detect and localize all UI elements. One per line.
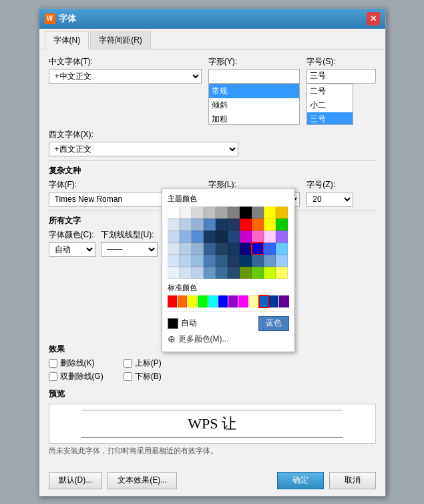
theme-color-cell[interactable] xyxy=(204,219,216,231)
theme-color-cell[interactable] xyxy=(204,243,216,255)
theme-color-cell[interactable] xyxy=(192,207,204,219)
theme-color-cell[interactable] xyxy=(276,255,288,267)
theme-color-cell[interactable] xyxy=(240,207,252,219)
strikethrough-checkbox[interactable] xyxy=(49,359,57,368)
font-color-select[interactable]: 自动 xyxy=(49,242,95,257)
theme-color-cell[interactable] xyxy=(264,267,276,279)
complex-size-select[interactable]: 20 xyxy=(306,192,353,207)
standard-color-cell[interactable] xyxy=(259,295,268,307)
theme-color-cell[interactable] xyxy=(240,255,252,267)
theme-color-cell[interactable] xyxy=(180,219,192,231)
standard-color-cell[interactable] xyxy=(238,295,248,307)
style-option-bold[interactable]: 加粗 xyxy=(209,112,300,125)
style-option-italic[interactable]: 倾斜 xyxy=(209,98,300,112)
theme-color-cell[interactable] xyxy=(216,219,228,231)
standard-color-cell[interactable] xyxy=(168,295,177,307)
standard-color-cell[interactable] xyxy=(198,295,207,307)
standard-color-cell[interactable] xyxy=(228,295,238,307)
superscript-checkbox[interactable] xyxy=(124,359,132,368)
theme-color-cell[interactable] xyxy=(180,267,192,279)
default-button[interactable]: 默认(D)... xyxy=(49,472,103,489)
theme-color-cell[interactable] xyxy=(264,207,276,219)
theme-color-cell[interactable] xyxy=(228,231,240,243)
close-button[interactable]: ✕ xyxy=(367,12,380,25)
theme-color-cell[interactable] xyxy=(228,267,240,279)
size-input[interactable] xyxy=(306,69,375,84)
theme-color-cell[interactable] xyxy=(216,267,228,279)
theme-color-cell[interactable] xyxy=(240,231,252,243)
ok-button[interactable]: 确定 xyxy=(277,472,324,489)
size-option-2[interactable]: 二号 xyxy=(307,84,353,98)
subscript-checkbox[interactable] xyxy=(124,372,132,381)
theme-color-cell[interactable] xyxy=(276,207,288,219)
theme-color-cell[interactable] xyxy=(264,243,276,255)
theme-color-cell[interactable] xyxy=(264,219,276,231)
theme-color-cell[interactable] xyxy=(168,255,180,267)
theme-color-cell[interactable] xyxy=(168,267,180,279)
standard-color-cell[interactable] xyxy=(178,295,187,307)
underline-type-select[interactable]: —— xyxy=(101,242,158,257)
size-option-xiao2[interactable]: 小二 xyxy=(307,98,353,112)
text-effects-button[interactable]: 文本效果(E)... xyxy=(108,472,177,489)
theme-color-cell[interactable] xyxy=(228,207,240,219)
standard-color-cell[interactable] xyxy=(269,295,278,307)
theme-color-cell[interactable] xyxy=(180,255,192,267)
theme-color-cell[interactable] xyxy=(168,231,180,243)
more-colors-row[interactable]: ⊕ 更多颜色(M)... xyxy=(168,332,289,346)
theme-color-cell[interactable] xyxy=(192,267,204,279)
theme-color-cell[interactable] xyxy=(168,243,180,255)
theme-color-cell[interactable] xyxy=(180,207,192,219)
theme-color-cell[interactable] xyxy=(276,219,288,231)
theme-color-cell[interactable] xyxy=(276,231,288,243)
theme-color-cell[interactable] xyxy=(204,231,216,243)
theme-color-cell[interactable] xyxy=(216,255,228,267)
theme-color-cell[interactable] xyxy=(192,231,204,243)
theme-color-cell[interactable] xyxy=(276,267,288,279)
auto-color-row[interactable]: 自动 蓝色 xyxy=(168,315,289,332)
standard-color-cell[interactable] xyxy=(208,295,218,307)
theme-color-cell[interactable] xyxy=(228,255,240,267)
theme-color-cell[interactable] xyxy=(252,219,264,231)
style-listbox[interactable]: 常规 倾斜 加粗 xyxy=(208,84,300,125)
theme-color-cell[interactable] xyxy=(204,207,216,219)
theme-color-cell[interactable] xyxy=(216,207,228,219)
tab-font[interactable]: 字体(N) xyxy=(45,31,89,49)
theme-color-cell[interactable] xyxy=(252,255,264,267)
theme-color-cell[interactable] xyxy=(192,255,204,267)
theme-color-cell[interactable] xyxy=(204,267,216,279)
theme-color-cell[interactable] xyxy=(228,219,240,231)
theme-color-cell[interactable] xyxy=(168,219,180,231)
standard-color-cell[interactable] xyxy=(249,295,258,307)
theme-color-cell[interactable] xyxy=(216,243,228,255)
theme-color-cell[interactable] xyxy=(240,219,252,231)
theme-color-cell[interactable] xyxy=(204,255,216,267)
theme-color-cell[interactable] xyxy=(252,231,264,243)
theme-color-cell[interactable] xyxy=(180,243,192,255)
theme-color-cell[interactable] xyxy=(192,243,204,255)
standard-color-cell[interactable] xyxy=(218,295,228,307)
theme-color-cell[interactable] xyxy=(252,243,264,255)
standard-color-cell[interactable] xyxy=(279,295,288,307)
cancel-button[interactable]: 取消 xyxy=(329,472,376,489)
theme-color-cell[interactable] xyxy=(240,267,252,279)
western-font-select[interactable]: +西文正文 xyxy=(49,142,238,156)
theme-color-cell[interactable] xyxy=(192,219,204,231)
theme-color-cell[interactable] xyxy=(180,231,192,243)
tab-char-spacing[interactable]: 字符间距(R) xyxy=(90,31,151,49)
theme-color-cell[interactable] xyxy=(228,243,240,255)
style-input[interactable]: 常规 xyxy=(208,69,300,84)
selected-color-button[interactable]: 蓝色 xyxy=(258,316,289,331)
theme-color-cell[interactable] xyxy=(216,231,228,243)
double-strikethrough-checkbox[interactable] xyxy=(49,372,57,381)
theme-color-cell[interactable] xyxy=(276,243,288,255)
theme-color-cell[interactable] xyxy=(264,255,276,267)
theme-color-cell[interactable] xyxy=(264,231,276,243)
theme-color-cell[interactable] xyxy=(168,207,180,219)
theme-color-cell[interactable] xyxy=(240,243,252,255)
style-option-regular[interactable]: 常规 xyxy=(209,84,300,98)
size-listbox[interactable]: 二号 小二 三号 xyxy=(306,84,353,125)
theme-color-cell[interactable] xyxy=(252,267,264,279)
standard-color-cell[interactable] xyxy=(188,295,197,307)
chinese-font-select[interactable]: +中文正文 xyxy=(49,69,202,84)
size-option-3[interactable]: 三号 xyxy=(307,112,353,125)
